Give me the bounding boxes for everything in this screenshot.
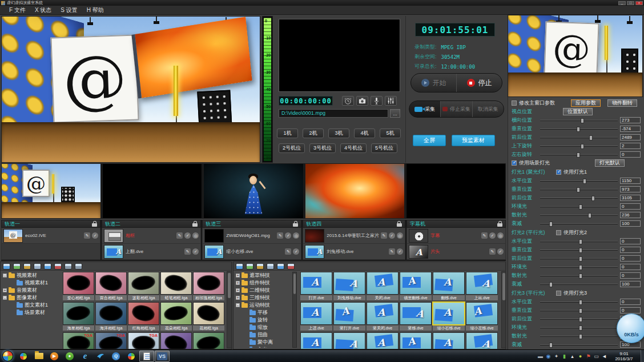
scene-light-checkbox[interactable] xyxy=(512,160,517,166)
slider-value[interactable]: 1150 xyxy=(620,178,641,184)
slider-thumb[interactable] xyxy=(579,248,582,253)
slider-track[interactable] xyxy=(540,344,618,345)
track-header[interactable]: 轨道三 xyxy=(202,220,301,228)
taskbar-app-explorer[interactable] xyxy=(31,351,46,362)
check-icon[interactable]: ✓ xyxy=(397,248,403,255)
track-header[interactable]: 轨道四 xyxy=(303,220,405,228)
slider-thumb[interactable] xyxy=(591,196,595,201)
slider-value[interactable]: 0 xyxy=(620,151,641,158)
slider-track[interactable] xyxy=(540,198,618,199)
slider-track[interactable] xyxy=(540,215,618,216)
taskbar-app-360-browser[interactable] xyxy=(124,351,139,362)
lock-icon[interactable] xyxy=(497,223,502,227)
tree-item[interactable]: -视频素材 xyxy=(2,272,60,279)
disc-icon[interactable]: ◎ xyxy=(293,232,299,239)
media-thumbnail[interactable]: TGA xyxy=(128,332,159,349)
lock-icon[interactable] xyxy=(397,223,402,227)
track-monitor-5[interactable] xyxy=(406,163,506,219)
slider-track[interactable] xyxy=(540,319,618,320)
tree-item[interactable]: +遮罩特技 xyxy=(235,272,292,279)
slider-track[interactable] xyxy=(540,180,618,182)
tree-item[interactable]: 视频素材1 xyxy=(2,279,60,287)
track-monitor-1[interactable]: @ xyxy=(1,163,101,219)
tree-item[interactable]: +二维特技 xyxy=(235,287,292,294)
slider-thumb[interactable] xyxy=(579,325,582,331)
camera-position-button[interactable]: 4号机位 xyxy=(340,143,367,153)
effect-thumbnail[interactable]: A打开.dve xyxy=(300,272,332,300)
apply-params-button[interactable]: 应用参数 xyxy=(571,99,601,107)
effect-thumbnail[interactable]: A镜里翻移.dve xyxy=(400,272,432,300)
effect-thumbnail[interactable]: A xyxy=(300,332,332,349)
track-item[interactable]: 字幕✎✓◎ xyxy=(406,228,506,244)
edit-icon[interactable]: ✎ xyxy=(184,248,191,255)
track-item[interactable]: 缩小右移.dve✎✓ xyxy=(202,244,301,260)
slider-track[interactable] xyxy=(540,336,618,337)
slider-thumb[interactable] xyxy=(579,256,582,262)
check-icon[interactable]: ✓ xyxy=(184,232,191,239)
use-light-checkbox[interactable] xyxy=(556,170,561,175)
media-thumbnail[interactable]: 粉玫瑰相框.tga xyxy=(193,272,224,300)
taskbar-app-thunder[interactable] xyxy=(93,351,108,362)
slider-value[interactable]: 0 xyxy=(620,238,641,244)
list-view-icon[interactable] xyxy=(287,263,295,270)
check-icon[interactable]: ✓ xyxy=(192,248,199,255)
tree-item[interactable]: +音频素材 xyxy=(2,287,60,294)
edit-icon[interactable]: ✎ xyxy=(277,232,283,239)
tray-volume-icon[interactable]: ◄ xyxy=(601,351,607,362)
start-button[interactable] xyxy=(2,351,13,361)
microphone-icon[interactable] xyxy=(371,96,383,106)
tree-expander[interactable]: - xyxy=(3,296,7,300)
tree-item[interactable]: 平移 xyxy=(235,309,292,316)
tray-display-icon[interactable]: ▭ xyxy=(593,351,599,362)
slider-value[interactable]: 273 xyxy=(620,117,641,123)
effect-thumbnail[interactable]: A刘兔移动.dve xyxy=(333,272,365,300)
effect-thumbnail[interactable]: A竖移.dve xyxy=(400,302,432,331)
export-effect-icon[interactable] xyxy=(246,263,253,270)
import-effect-icon[interactable] xyxy=(236,263,243,270)
effect-thumbnail[interactable]: A xyxy=(466,332,498,349)
slider-value[interactable]: 3105 xyxy=(620,195,641,201)
slider-track[interactable] xyxy=(540,223,618,224)
slider-thumb[interactable] xyxy=(577,127,580,132)
slider-value[interactable]: 0 xyxy=(620,307,641,313)
track-monitor-4[interactable] xyxy=(305,163,405,219)
media-thumbnail[interactable]: 爱心相框.tga xyxy=(63,272,94,300)
camera-button[interactable]: 3机 xyxy=(328,128,349,138)
slider-thumb[interactable] xyxy=(579,265,582,270)
preview-material-button[interactable]: 预监素材 xyxy=(452,135,495,146)
effect-thumbnail[interactable]: A上进.dve xyxy=(300,302,332,331)
tray-battery-icon[interactable]: ▮ xyxy=(561,351,567,362)
check-icon[interactable]: ✓ xyxy=(389,232,395,239)
slider-value[interactable]: 236 xyxy=(620,212,641,218)
media-thumbnail[interactable]: 花相框.tga xyxy=(193,302,224,331)
slider-thumb[interactable] xyxy=(588,213,591,218)
import-image-icon[interactable] xyxy=(13,263,21,270)
tree-item[interactable]: -图像素材 xyxy=(2,294,60,301)
tray-usb-icon[interactable]: ✦ xyxy=(553,351,560,362)
link-icon[interactable] xyxy=(44,263,51,270)
grid-view-icon[interactable] xyxy=(65,263,72,270)
tray-window-icon[interactable]: ▬ xyxy=(537,351,544,362)
track-item[interactable]: 2015.6.14华蓥职工之家片✎✓◎ xyxy=(303,228,405,244)
tree-item[interactable]: +组件特技 xyxy=(235,279,292,287)
slider-thumb[interactable] xyxy=(589,135,593,140)
media-thumbnail[interactable] xyxy=(160,332,192,349)
tree-item[interactable]: 入出 xyxy=(235,346,292,348)
slider-value[interactable]: -574 xyxy=(620,126,641,132)
media-thumbnail[interactable]: 迷彩相框.tga xyxy=(128,272,159,300)
slider-track[interactable] xyxy=(540,241,618,242)
tree-item[interactable]: 聚中离 xyxy=(235,339,292,346)
tree-item[interactable]: 扭曲 xyxy=(235,331,292,339)
track-header[interactable]: 轨道一 xyxy=(1,220,100,228)
edit-effect-icon[interactable] xyxy=(256,263,264,270)
timer-icon[interactable] xyxy=(342,96,354,106)
effect-thumbnail[interactable]: A翻移.dve xyxy=(433,272,465,300)
edit-icon[interactable]: ✎ xyxy=(176,232,183,239)
lock-icon[interactable] xyxy=(192,223,198,227)
camera-button[interactable]: 2机 xyxy=(303,128,324,138)
slider-track[interactable] xyxy=(540,128,618,130)
tray-flag-icon[interactable]: ⚑ xyxy=(585,351,591,362)
tree-item[interactable]: +三维特技 xyxy=(235,294,292,301)
taskbar-app-green-app[interactable]: ● xyxy=(62,351,77,362)
delete-effect-icon[interactable] xyxy=(267,263,274,270)
